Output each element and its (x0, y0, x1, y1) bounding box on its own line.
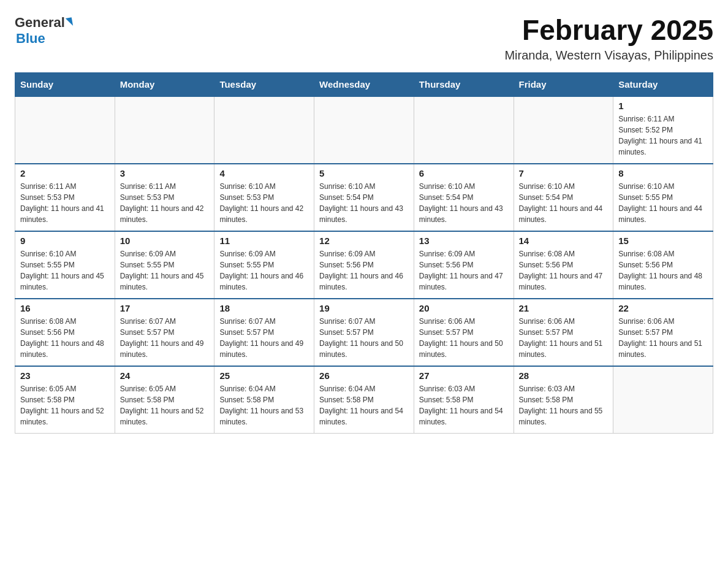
table-row: 17Sunrise: 6:07 AMSunset: 5:57 PMDayligh… (115, 299, 214, 366)
col-wednesday: Wednesday (314, 72, 414, 96)
col-sunday: Sunday (15, 72, 115, 96)
table-row (15, 96, 115, 164)
page-header: General Blue February 2025 Miranda, West… (15, 15, 713, 63)
day-info: Sunrise: 6:04 AMSunset: 5:58 PMDaylight:… (219, 383, 309, 427)
day-info: Sunrise: 6:08 AMSunset: 5:56 PMDaylight:… (519, 248, 609, 293)
day-info: Sunrise: 6:10 AMSunset: 5:54 PMDaylight:… (519, 181, 609, 225)
day-number: 24 (120, 370, 210, 381)
table-row: 11Sunrise: 6:09 AMSunset: 5:55 PMDayligh… (214, 231, 314, 299)
day-number: 7 (519, 168, 609, 178)
day-number: 12 (319, 236, 409, 246)
calendar-header-row: Sunday Monday Tuesday Wednesday Thursday… (15, 72, 713, 96)
table-row: 3Sunrise: 6:11 AMSunset: 5:53 PMDaylight… (115, 164, 214, 231)
day-info: Sunrise: 6:10 AMSunset: 5:55 PMDaylight:… (618, 181, 708, 225)
logo: General Blue (15, 15, 72, 47)
table-row: 14Sunrise: 6:08 AMSunset: 5:56 PMDayligh… (514, 231, 613, 299)
day-info: Sunrise: 6:03 AMSunset: 5:58 PMDaylight:… (419, 383, 509, 427)
day-info: Sunrise: 6:09 AMSunset: 5:55 PMDaylight:… (120, 248, 210, 293)
day-info: Sunrise: 6:08 AMSunset: 5:56 PMDaylight:… (618, 248, 708, 293)
table-row (514, 96, 613, 164)
table-row: 12Sunrise: 6:09 AMSunset: 5:56 PMDayligh… (314, 231, 414, 299)
table-row: 28Sunrise: 6:03 AMSunset: 5:58 PMDayligh… (514, 366, 613, 434)
day-info: Sunrise: 6:07 AMSunset: 5:57 PMDaylight:… (120, 316, 210, 360)
day-info: Sunrise: 6:05 AMSunset: 5:58 PMDaylight:… (120, 383, 210, 427)
day-number: 23 (20, 370, 110, 381)
day-info: Sunrise: 6:09 AMSunset: 5:56 PMDaylight:… (319, 248, 409, 293)
day-info: Sunrise: 6:10 AMSunset: 5:54 PMDaylight:… (419, 181, 509, 225)
table-row: 13Sunrise: 6:09 AMSunset: 5:56 PMDayligh… (414, 231, 514, 299)
table-row (314, 96, 414, 164)
table-row (414, 96, 514, 164)
month-title: February 2025 (504, 15, 713, 46)
table-row: 24Sunrise: 6:05 AMSunset: 5:58 PMDayligh… (115, 366, 214, 434)
day-number: 20 (419, 303, 509, 313)
day-number: 1 (618, 101, 708, 111)
day-number: 2 (20, 168, 110, 178)
table-row (214, 96, 314, 164)
day-number: 15 (618, 236, 708, 246)
col-thursday: Thursday (414, 72, 514, 96)
table-row: 4Sunrise: 6:10 AMSunset: 5:53 PMDaylight… (214, 164, 314, 231)
day-number: 14 (519, 236, 609, 246)
day-number: 6 (419, 168, 509, 178)
table-row: 10Sunrise: 6:09 AMSunset: 5:55 PMDayligh… (115, 231, 214, 299)
day-number: 13 (419, 236, 509, 246)
calendar-table: Sunday Monday Tuesday Wednesday Thursday… (15, 72, 713, 434)
day-info: Sunrise: 6:09 AMSunset: 5:56 PMDaylight:… (419, 248, 509, 293)
calendar-week-row: 23Sunrise: 6:05 AMSunset: 5:58 PMDayligh… (15, 366, 713, 434)
logo-blue-text: Blue (16, 31, 45, 47)
table-row: 8Sunrise: 6:10 AMSunset: 5:55 PMDaylight… (613, 164, 713, 231)
table-row (613, 366, 713, 434)
day-info: Sunrise: 6:10 AMSunset: 5:54 PMDaylight:… (319, 181, 409, 225)
table-row: 15Sunrise: 6:08 AMSunset: 5:56 PMDayligh… (613, 231, 713, 299)
calendar-week-row: 16Sunrise: 6:08 AMSunset: 5:56 PMDayligh… (15, 299, 713, 366)
day-info: Sunrise: 6:03 AMSunset: 5:58 PMDaylight:… (519, 383, 609, 427)
table-row: 1Sunrise: 6:11 AMSunset: 5:52 PMDaylight… (613, 96, 713, 164)
table-row: 9Sunrise: 6:10 AMSunset: 5:55 PMDaylight… (15, 231, 115, 299)
day-info: Sunrise: 6:06 AMSunset: 5:57 PMDaylight:… (618, 316, 708, 360)
day-number: 9 (20, 236, 110, 246)
day-number: 4 (219, 168, 309, 178)
calendar-week-row: 2Sunrise: 6:11 AMSunset: 5:53 PMDaylight… (15, 164, 713, 231)
calendar-week-row: 1Sunrise: 6:11 AMSunset: 5:52 PMDaylight… (15, 96, 713, 164)
day-info: Sunrise: 6:09 AMSunset: 5:55 PMDaylight:… (219, 248, 309, 293)
day-info: Sunrise: 6:11 AMSunset: 5:53 PMDaylight:… (120, 181, 210, 225)
day-info: Sunrise: 6:04 AMSunset: 5:58 PMDaylight:… (319, 383, 409, 427)
table-row: 5Sunrise: 6:10 AMSunset: 5:54 PMDaylight… (314, 164, 414, 231)
day-info: Sunrise: 6:11 AMSunset: 5:52 PMDaylight:… (618, 113, 708, 158)
day-info: Sunrise: 6:11 AMSunset: 5:53 PMDaylight:… (20, 181, 110, 225)
day-number: 28 (519, 370, 609, 381)
table-row: 20Sunrise: 6:06 AMSunset: 5:57 PMDayligh… (414, 299, 514, 366)
logo-general-text: General (15, 15, 72, 31)
day-number: 21 (519, 303, 609, 313)
table-row (115, 96, 214, 164)
day-number: 26 (319, 370, 409, 381)
table-row: 27Sunrise: 6:03 AMSunset: 5:58 PMDayligh… (414, 366, 514, 434)
day-info: Sunrise: 6:07 AMSunset: 5:57 PMDaylight:… (319, 316, 409, 360)
day-number: 8 (618, 168, 708, 178)
col-monday: Monday (115, 72, 214, 96)
table-row: 6Sunrise: 6:10 AMSunset: 5:54 PMDaylight… (414, 164, 514, 231)
day-number: 3 (120, 168, 210, 178)
day-number: 22 (618, 303, 708, 313)
day-number: 11 (219, 236, 309, 246)
table-row: 22Sunrise: 6:06 AMSunset: 5:57 PMDayligh… (613, 299, 713, 366)
day-number: 27 (419, 370, 509, 381)
col-tuesday: Tuesday (214, 72, 314, 96)
table-row: 26Sunrise: 6:04 AMSunset: 5:58 PMDayligh… (314, 366, 414, 434)
day-info: Sunrise: 6:08 AMSunset: 5:56 PMDaylight:… (20, 316, 110, 360)
day-info: Sunrise: 6:06 AMSunset: 5:57 PMDaylight:… (419, 316, 509, 360)
day-number: 10 (120, 236, 210, 246)
table-row: 25Sunrise: 6:04 AMSunset: 5:58 PMDayligh… (214, 366, 314, 434)
day-info: Sunrise: 6:05 AMSunset: 5:58 PMDaylight:… (20, 383, 110, 427)
table-row: 21Sunrise: 6:06 AMSunset: 5:57 PMDayligh… (514, 299, 613, 366)
day-number: 25 (219, 370, 309, 381)
calendar-week-row: 9Sunrise: 6:10 AMSunset: 5:55 PMDaylight… (15, 231, 713, 299)
day-info: Sunrise: 6:07 AMSunset: 5:57 PMDaylight:… (219, 316, 309, 360)
table-row: 19Sunrise: 6:07 AMSunset: 5:57 PMDayligh… (314, 299, 414, 366)
day-info: Sunrise: 6:10 AMSunset: 5:55 PMDaylight:… (20, 248, 110, 293)
day-number: 5 (319, 168, 409, 178)
day-number: 19 (319, 303, 409, 313)
title-area: February 2025 Miranda, Western Visayas, … (504, 15, 713, 63)
table-row: 16Sunrise: 6:08 AMSunset: 5:56 PMDayligh… (15, 299, 115, 366)
